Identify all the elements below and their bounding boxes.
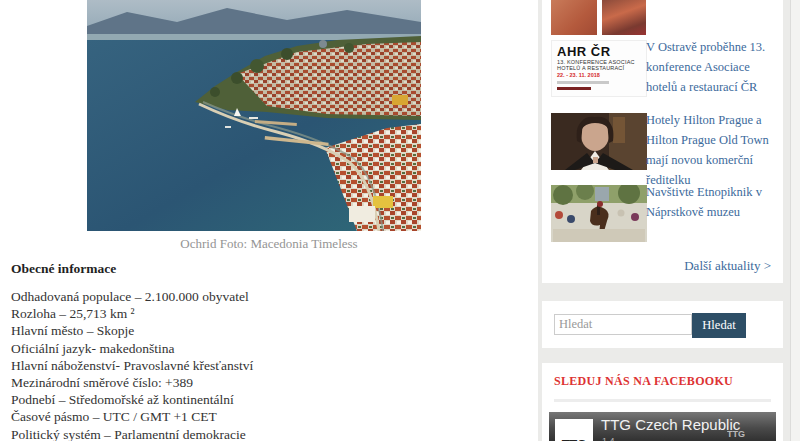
news-link-hilton-director[interactable]: Hotely Hilton Prague a Hilton Prague Old… — [646, 110, 783, 190]
ahr-url-bar — [557, 87, 591, 90]
fact-population: Odhadovaná populace – 2.100.000 obyvatel — [11, 288, 253, 305]
facebook-section-heading: SLEDUJ NÁS NA FACEBOOKU — [554, 374, 733, 389]
news-thumbnail-hilton[interactable] — [551, 113, 647, 170]
fact-language: Oficiální jazyk- makedonština — [11, 340, 253, 357]
photo-caption: Ochrid Foto: Macedonia Timeless — [0, 236, 538, 252]
more-news-link[interactable]: Další aktuality > — [684, 258, 771, 274]
facebook-page-name[interactable]: TTG Czech Republic — [601, 416, 740, 433]
news-link-etnopiknik[interactable]: Navštivte Etnopiknik v Náprstkově muzeu — [646, 182, 783, 222]
fact-capital: Hlavní město – Skopje — [11, 322, 253, 339]
ttg-watermark: TTG — [727, 429, 745, 439]
news-thumbnail-cut-right[interactable] — [602, 0, 646, 35]
scrollbar-track[interactable] — [790, 0, 800, 441]
article-photo — [87, 0, 421, 231]
news-item-ahr: AHR ČR 13. KONFERENCE ASOCIAC HOTELŮ A R… — [551, 40, 774, 98]
facts-list: Odhadovaná populace – 2.100.000 obyvatel… — [11, 288, 253, 441]
news-item-hilton: Hotely Hilton Prague a Hilton Prague Old… — [551, 113, 774, 171]
ahr-line2: HOTELŮ A RESTAURACÍ — [557, 65, 646, 71]
ttg-logo: TTG — [555, 419, 593, 441]
section-heading: Obecné informace — [11, 261, 116, 277]
fact-dialing-code: Mezinárodní směrové číslo: +389 — [11, 374, 253, 391]
ahr-date: 22. - 23. 11. 2018 — [557, 72, 646, 78]
search-widget: Hledat — [542, 301, 783, 348]
facebook-widget: SLEDUJ NÁS NA FACEBOOKU TTG TTG Czech Re… — [542, 363, 783, 441]
news-widget: AHR ČR 13. KONFERENCE ASOCIAC HOTELŮ A R… — [542, 0, 783, 283]
news-thumbnail-cut-left[interactable] — [551, 0, 597, 35]
facebook-likes-count: 1,4 — [602, 436, 615, 441]
news-link-ostrava-conference[interactable]: V Ostravě proběhne 13. konference Asocia… — [646, 37, 783, 97]
news-thumbnail-ahr-conference[interactable]: AHR ČR 13. KONFERENCE ASOCIAC HOTELŮ A R… — [551, 40, 647, 97]
fact-area: Rozloha – 25,713 km ² — [11, 305, 253, 322]
ahr-smallprint-bar — [557, 81, 609, 84]
search-button[interactable]: Hledat — [692, 313, 746, 338]
fact-timezone: Časové pásmo – UTC / GMT +1 CET — [11, 408, 253, 425]
news-thumbnail-etnopiknik[interactable] — [551, 185, 647, 242]
divider — [554, 399, 771, 402]
fact-political-system: Politický systém – Parlamentní demokraci… — [11, 426, 253, 441]
sidebar: AHR ČR 13. KONFERENCE ASOCIAC HOTELŮ A R… — [542, 0, 783, 441]
search-input[interactable] — [554, 314, 692, 335]
fact-religion: Hlavní náboženství- Pravoslavné křesťans… — [11, 357, 253, 374]
fact-climate: Podnebí – Středomořské až kontinentální — [11, 391, 253, 408]
ahr-brand-text: AHR ČR — [557, 44, 646, 59]
page: Ochrid Foto: Macedonia Timeless Obecné i… — [0, 0, 800, 441]
facebook-page-banner[interactable]: TTG TTG Czech Republic 1,4 TTG — [549, 412, 776, 441]
news-item-etnopiknik: Navštivte Etnopiknik v Náprstkově muzeu — [551, 185, 774, 243]
article-column: Ochrid Foto: Macedonia Timeless Obecné i… — [0, 0, 538, 441]
